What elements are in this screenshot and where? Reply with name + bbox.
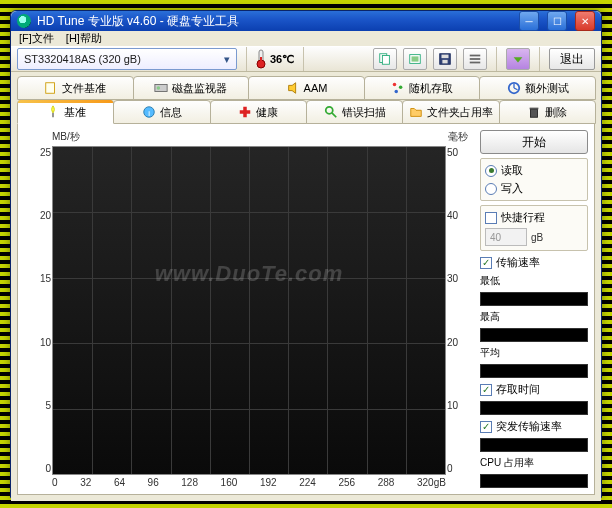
- radio-icon: [485, 165, 497, 177]
- tab-file-benchmark[interactable]: 文件基准: [17, 76, 134, 100]
- y-axis-left: 2520151050: [25, 147, 51, 474]
- svg-rect-2: [260, 57, 262, 63]
- copy-screenshot-button[interactable]: [403, 48, 427, 70]
- value-burst: [480, 438, 588, 452]
- x-axis: 0326496128160192224256288320gB: [52, 477, 446, 488]
- content-panel: MB/秒 毫秒 2520151050 50403020100 www.DuoTe…: [17, 124, 595, 495]
- svg-point-16: [393, 83, 397, 87]
- drive-selected-label: ST3320418AS (320 gB): [24, 53, 141, 65]
- tab-benchmark[interactable]: 基准: [17, 100, 114, 124]
- value-access: [480, 401, 588, 415]
- tab-delete[interactable]: 删除: [499, 100, 596, 124]
- thermometer-icon: [256, 49, 266, 69]
- radio-read[interactable]: 读取: [485, 163, 583, 178]
- menu-file[interactable]: [F]文件: [19, 31, 54, 46]
- value-max: [480, 328, 588, 342]
- svg-rect-11: [470, 58, 481, 60]
- temperature-value: 36℃: [270, 53, 294, 66]
- svg-rect-8: [442, 55, 449, 59]
- tab-error-scan[interactable]: 错误扫描: [306, 100, 403, 124]
- title-text: HD Tune 专业版 v4.60 - 硬盘专业工具: [37, 13, 239, 30]
- check-transfer[interactable]: 传输速率: [480, 255, 588, 270]
- mode-group: 读取 写入: [480, 158, 588, 201]
- start-button[interactable]: 开始: [480, 130, 588, 154]
- check-quick[interactable]: 快捷行程: [485, 210, 583, 225]
- tab-extra-tests[interactable]: 额外测试: [479, 76, 596, 100]
- svg-rect-4: [382, 56, 389, 65]
- tab-random-access[interactable]: 随机存取: [364, 76, 481, 100]
- y-right-label: 毫秒: [448, 130, 468, 144]
- quick-size-input: 40: [485, 228, 527, 246]
- titlebar[interactable]: HD Tune 专业版 v4.60 - 硬盘专业工具 ─ ☐ ✕: [11, 11, 601, 31]
- tabs-row-2: 基准 i信息 健康 错误扫描 文件夹占用率 删除: [17, 100, 595, 124]
- svg-point-17: [399, 85, 403, 89]
- label-min: 最低: [480, 274, 588, 288]
- menubar: [F]文件 [H]帮助: [11, 31, 601, 46]
- svg-rect-20: [52, 113, 54, 117]
- value-min: [480, 292, 588, 306]
- label-avg: 平均: [480, 346, 588, 360]
- tab-disk-monitor[interactable]: 磁盘监视器: [133, 76, 250, 100]
- svg-text:i: i: [148, 109, 150, 118]
- svg-point-25: [325, 107, 332, 114]
- maximize-button[interactable]: ☐: [547, 11, 567, 31]
- down-arrow-button[interactable]: [506, 48, 530, 70]
- chart-area: MB/秒 毫秒 2520151050 50403020100 www.DuoTe…: [24, 130, 474, 488]
- label-max: 最高: [480, 310, 588, 324]
- svg-rect-10: [470, 55, 481, 57]
- label-cpu: CPU 占用率: [480, 456, 588, 470]
- tab-health[interactable]: 健康: [210, 100, 307, 124]
- check-burst[interactable]: 突发传输速率: [480, 419, 588, 434]
- svg-rect-9: [442, 60, 447, 64]
- app-icon: [17, 14, 31, 28]
- temperature-display: 36℃: [256, 49, 294, 69]
- checkbox-icon: [480, 384, 492, 396]
- svg-rect-13: [46, 83, 55, 94]
- menu-help[interactable]: [H]帮助: [66, 31, 102, 46]
- drive-select[interactable]: ST3320418AS (320 gB) ▾: [17, 48, 237, 70]
- chevron-down-icon: ▾: [224, 53, 230, 66]
- checkbox-icon: [480, 421, 492, 433]
- save-button[interactable]: [433, 48, 457, 70]
- minimize-button[interactable]: ─: [519, 11, 539, 31]
- chart-plot: 2520151050 50403020100 www.DuoTe.com: [52, 146, 446, 475]
- check-access[interactable]: 存取时间: [480, 382, 588, 397]
- checkbox-icon: [485, 212, 497, 224]
- svg-rect-6: [412, 56, 419, 61]
- y-left-label: MB/秒: [52, 130, 80, 144]
- tab-info[interactable]: i信息: [113, 100, 210, 124]
- quick-group: 快捷行程 40gB: [480, 205, 588, 251]
- radio-write[interactable]: 写入: [485, 181, 583, 196]
- y-axis-right: 50403020100: [447, 147, 473, 474]
- svg-rect-27: [531, 109, 538, 117]
- tabs-area: 文件基准 磁盘监视器 AAM 随机存取 额外测试 基准 i信息 健康 错误扫描 …: [11, 72, 601, 501]
- exit-button[interactable]: 退出: [549, 48, 595, 70]
- svg-point-15: [157, 86, 161, 90]
- side-panel: 开始 读取 写入 快捷行程 40gB 传输速率 最低 最高 平均 存取时间 突发: [480, 130, 588, 488]
- tabs-row-1: 文件基准 磁盘监视器 AAM 随机存取 额外测试: [17, 76, 595, 100]
- options-button[interactable]: [463, 48, 487, 70]
- svg-line-26: [332, 113, 336, 117]
- svg-point-18: [395, 90, 399, 94]
- svg-rect-24: [240, 110, 251, 114]
- copy-info-button[interactable]: [373, 48, 397, 70]
- value-cpu: [480, 474, 588, 488]
- toolbar: ST3320418AS (320 gB) ▾ 36℃ 退出: [11, 46, 601, 72]
- radio-icon: [485, 183, 497, 195]
- app-window: HD Tune 专业版 v4.60 - 硬盘专业工具 ─ ☐ ✕ [F]文件 […: [10, 10, 602, 498]
- tab-aam[interactable]: AAM: [248, 76, 365, 100]
- svg-rect-28: [530, 108, 539, 110]
- checkbox-icon: [480, 257, 492, 269]
- value-avg: [480, 364, 588, 378]
- svg-rect-12: [470, 62, 481, 64]
- tab-folder-usage[interactable]: 文件夹占用率: [402, 100, 499, 124]
- close-button[interactable]: ✕: [575, 11, 595, 31]
